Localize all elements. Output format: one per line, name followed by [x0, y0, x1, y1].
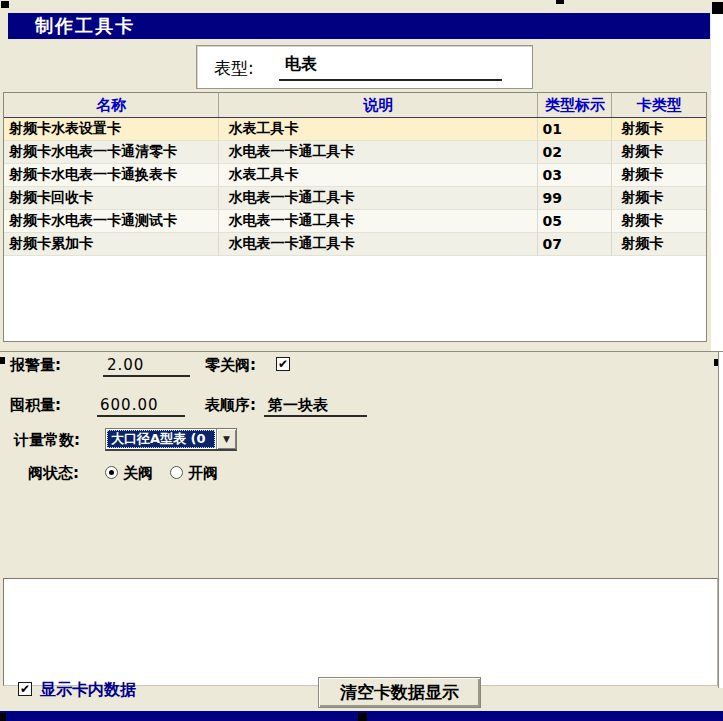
radio-dot	[109, 470, 114, 475]
hoard-amount-label: 囤积量:	[10, 396, 61, 415]
card-data-display-area[interactable]	[3, 578, 718, 686]
window-title-bar: 制作工具卡	[8, 13, 710, 39]
cell-type-mark: 02	[538, 141, 612, 164]
right-margin	[719, 352, 723, 688]
selection-handle	[358, 713, 367, 721]
alarm-amount-input[interactable]: 2.00	[107, 356, 144, 374]
cell-type-mark: 07	[538, 233, 612, 256]
table-row[interactable]: 射频卡水电表一卡通测试卡 水电表一卡通工具卡 05 射频卡	[4, 210, 706, 233]
cell-name: 射频卡水表设置卡	[4, 118, 219, 141]
cell-description: 水电表一卡通工具卡	[219, 187, 538, 210]
cell-type-mark: 01	[538, 118, 612, 141]
panel-right-border	[718, 352, 719, 688]
alarm-amount-underline	[103, 375, 190, 377]
right-margin	[711, 14, 723, 352]
zero-close-valve-checkbox[interactable]: ✔	[276, 357, 290, 371]
open-valve-radio-label: 开阀	[188, 464, 218, 483]
cell-name: 射频卡水电表一卡通测试卡	[4, 210, 219, 233]
cell-description: 水表工具卡	[219, 164, 538, 187]
cell-name: 射频卡水电表一卡通清零卡	[4, 141, 219, 164]
chevron-down-icon[interactable]: ▼	[216, 429, 236, 449]
table-row[interactable]: 射频卡回收卡 水电表一卡通工具卡 99 射频卡	[4, 187, 706, 210]
column-header-name[interactable]: 名称	[4, 93, 219, 117]
cell-card-type: 射频卡	[612, 233, 706, 256]
metering-constant-label: 计量常数:	[14, 431, 80, 450]
make-tool-card-window: 制作工具卡 表型: 电表 名称 说明 类型标示 卡类型 射频卡水表设置卡 水表工…	[0, 0, 723, 721]
column-header-type-mark[interactable]: 类型标示	[538, 93, 612, 117]
cell-card-type: 射频卡	[612, 210, 706, 233]
cell-name: 射频卡水电表一卡通换表卡	[4, 164, 219, 187]
cell-type-mark: 03	[538, 164, 612, 187]
page-title: 制作工具卡	[35, 14, 135, 38]
selection-handle	[556, 0, 564, 4]
meter-type-label: 表型:	[214, 57, 254, 80]
selection-handle	[1, 1, 9, 8]
meter-type-input[interactable]: 电表	[285, 54, 317, 75]
tool-card-table: 名称 说明 类型标示 卡类型 射频卡水表设置卡 水表工具卡 01 射频卡 射频卡…	[3, 92, 707, 342]
cell-card-type: 射频卡	[612, 141, 706, 164]
meter-order-input[interactable]: 第一块表	[268, 396, 328, 415]
close-valve-radio-label: 关阀	[123, 464, 153, 483]
show-card-data-checkbox[interactable]: ✔	[18, 682, 32, 696]
selection-handle	[0, 357, 5, 364]
cell-description: 水电表一卡通工具卡	[219, 233, 538, 256]
cell-type-mark: 05	[538, 210, 612, 233]
cell-card-type: 射频卡	[612, 164, 706, 187]
meter-order-label: 表顺序:	[205, 396, 256, 415]
alarm-amount-label: 报警量:	[10, 356, 61, 375]
meter-order-underline	[264, 415, 367, 417]
cell-name: 射频卡回收卡	[4, 187, 219, 210]
table-row[interactable]: 射频卡累加卡 水电表一卡通工具卡 07 射频卡	[4, 233, 706, 256]
check-icon: ✔	[278, 358, 288, 370]
hoard-amount-input[interactable]: 600.00	[100, 396, 159, 414]
cell-card-type: 射频卡	[612, 118, 706, 141]
table-header-row: 名称 说明 类型标示 卡类型	[4, 93, 706, 118]
valve-state-label: 阀状态:	[28, 464, 79, 483]
meter-type-panel: 表型: 电表	[196, 45, 533, 89]
metering-constant-dropdown[interactable]: 大口径A型表 (0 ▼	[105, 428, 237, 451]
close-valve-radio[interactable]	[105, 466, 118, 479]
cell-type-mark: 99	[538, 187, 612, 210]
open-valve-radio[interactable]	[170, 466, 183, 479]
table-row[interactable]: 射频卡水电表一卡通换表卡 水表工具卡 03 射频卡	[4, 164, 706, 187]
table-row[interactable]: 射频卡水电表一卡通清零卡 水电表一卡通工具卡 02 射频卡	[4, 141, 706, 164]
show-card-data-label: 显示卡内数据	[40, 680, 136, 701]
section-divider	[0, 351, 723, 352]
meter-type-underline	[279, 79, 502, 81]
selection-handle	[0, 713, 6, 721]
hoard-amount-underline	[97, 415, 185, 417]
cell-description: 水电表一卡通工具卡	[219, 210, 538, 233]
column-header-description[interactable]: 说明	[219, 93, 538, 117]
check-icon: ✔	[20, 683, 30, 695]
clear-card-data-button[interactable]: 清空卡数据显示	[318, 677, 481, 708]
table-row[interactable]: 射频卡水表设置卡 水表工具卡 01 射频卡	[4, 118, 706, 141]
cell-description: 水表工具卡	[219, 118, 538, 141]
cell-name: 射频卡累加卡	[4, 233, 219, 256]
zero-close-valve-label: 零关阀:	[205, 356, 256, 375]
cell-card-type: 射频卡	[612, 187, 706, 210]
metering-constant-selected-value: 大口径A型表 (0	[107, 430, 215, 448]
cell-description: 水电表一卡通工具卡	[219, 141, 538, 164]
column-header-card-type[interactable]: 卡类型	[612, 93, 706, 117]
